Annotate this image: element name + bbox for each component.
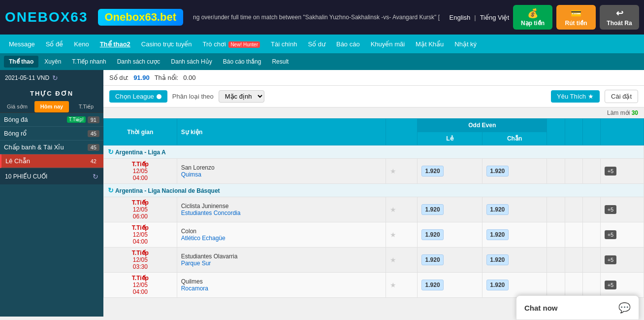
odd-chan-cell: 1.920 bbox=[482, 273, 547, 298]
subnav-the-thao[interactable]: Thể thao bbox=[4, 56, 38, 68]
col6 bbox=[565, 273, 582, 298]
odd-chan-button[interactable]: 1.920 bbox=[486, 204, 509, 215]
nav-so-du[interactable]: Số dư bbox=[303, 37, 330, 51]
th-col7 bbox=[582, 119, 600, 145]
odd-chan-button[interactable]: 1.920 bbox=[486, 254, 509, 265]
favorite-star-icon[interactable]: ★ bbox=[390, 206, 396, 213]
lang-vietnamese-button[interactable]: Tiếng Việt bbox=[480, 14, 509, 21]
sidebar-item-bong-ro[interactable]: Bóng rổ 45 bbox=[0, 127, 103, 141]
more-button[interactable]: +5 bbox=[605, 205, 617, 214]
nav-casino[interactable]: Casino trực tuyến bbox=[136, 37, 197, 51]
balance-label: Số dư: bbox=[109, 74, 129, 81]
nav-bao-cao[interactable]: Báo cáo bbox=[331, 37, 365, 51]
choose-league-button[interactable]: Chọn League bbox=[109, 90, 167, 103]
circle-icon bbox=[157, 94, 161, 99]
odd-le-cell: 1.920 bbox=[418, 248, 483, 273]
th-event: Sự kiện bbox=[177, 119, 386, 145]
lang-english-button[interactable]: English bbox=[450, 14, 471, 21]
team-away: Parque Sur bbox=[181, 260, 382, 267]
col6 bbox=[565, 222, 582, 248]
col5 bbox=[547, 248, 565, 273]
tab-ttiep[interactable]: T.Tiếp bbox=[69, 101, 103, 112]
odd-chan-button[interactable]: 1.920 bbox=[486, 280, 509, 290]
withdraw-icon: 💳 bbox=[571, 8, 581, 19]
subnav-danh-sach-cuoc[interactable]: Danh sách cược bbox=[112, 56, 165, 68]
subnav-bao-cao-thang[interactable]: Báo cáo thắng bbox=[218, 56, 266, 68]
team-home: San Lorenzo bbox=[181, 164, 382, 171]
team-home: Ciclista Juninense bbox=[181, 203, 382, 210]
th-more bbox=[600, 119, 644, 145]
odd-le-button[interactable]: 1.920 bbox=[421, 280, 444, 290]
team-away: Estudiantes Concordia bbox=[181, 210, 382, 216]
odd-chan-button[interactable]: 1.920 bbox=[486, 229, 509, 240]
favorite-star-icon[interactable]: ★ bbox=[390, 231, 396, 239]
more-button[interactable]: +5 bbox=[605, 230, 617, 239]
chat-label: Chat now bbox=[524, 304, 613, 312]
nap-tien-button[interactable]: 💰 Nạp tiền bbox=[513, 5, 552, 30]
more-button[interactable]: +5 bbox=[605, 281, 617, 289]
sidebar-item-bong-da[interactable]: Bóng đá T.Tiếp! 91 bbox=[0, 113, 103, 127]
nav-message[interactable]: Message bbox=[4, 37, 40, 51]
favorite-button[interactable]: Yêu Thích ★ bbox=[551, 90, 600, 103]
top-header: ONEBOX63 Onebox63.bet ng over/under full… bbox=[0, 0, 644, 35]
table-row: T.Tiếp 12/05 04:00 San Lorenzo Quimsa ★ … bbox=[104, 159, 644, 184]
sidebar-item-le-chan[interactable]: Lê Chẵn 42 bbox=[0, 154, 103, 168]
league-row: ↻ Argentina - Liga Nacional de Básquet bbox=[104, 184, 644, 197]
badge-bong-da: 91 bbox=[88, 116, 99, 123]
match-time: T.Tiếp 12/05 03:30 bbox=[104, 248, 177, 273]
odd-le-button[interactable]: 1.920 bbox=[421, 204, 444, 215]
tab-hom-nay[interactable]: Hôm nay bbox=[34, 101, 69, 112]
favorite-star-icon[interactable]: ★ bbox=[390, 167, 396, 175]
star-cell: ★ bbox=[386, 197, 418, 222]
chat-widget[interactable]: Chat now 💬 bbox=[516, 295, 639, 317]
filter-select[interactable]: Mặc định bbox=[219, 90, 264, 103]
nav-tai-chinh[interactable]: Tài chính bbox=[266, 37, 302, 51]
nav-keno[interactable]: Keno bbox=[69, 37, 94, 51]
subnav-danh-sach-huy[interactable]: Danh sách Hủy bbox=[166, 56, 217, 68]
nav-the-thao2[interactable]: Thể thao2 bbox=[95, 37, 135, 51]
th-col5 bbox=[547, 119, 565, 145]
odd-le-button[interactable]: 1.920 bbox=[421, 166, 444, 177]
nav-mat-khau[interactable]: Mật Khẩu bbox=[411, 37, 449, 51]
subnav-ttiep-nhanh[interactable]: T.Tiếp nhanh bbox=[67, 56, 111, 68]
col7 bbox=[582, 273, 600, 298]
nav-tro-choi[interactable]: Trò chơi New! Hunter bbox=[198, 37, 265, 51]
subnav-xuyen[interactable]: Xuyên bbox=[39, 56, 66, 68]
more-button[interactable]: +5 bbox=[605, 255, 617, 264]
thoat-ra-button[interactable]: ↩ Thoát Ra bbox=[600, 5, 639, 30]
th-col6 bbox=[565, 119, 582, 145]
odd-le-button[interactable]: 1.920 bbox=[421, 229, 444, 240]
sidebar-item-chap-banh[interactable]: Chấp banh & Tài Xỉu 45 bbox=[0, 141, 103, 154]
tab-gia-som[interactable]: Giá sớm bbox=[0, 101, 34, 112]
odd-le-button[interactable]: 1.920 bbox=[421, 254, 444, 265]
favorite-star-icon[interactable]: ★ bbox=[390, 256, 396, 264]
sidebar-refresh-icon[interactable]: ↻ bbox=[52, 74, 58, 82]
nav-khuyen-mai[interactable]: Khuyến mãi bbox=[366, 37, 410, 51]
rut-tien-button[interactable]: 💳 Rút tiền bbox=[556, 5, 596, 30]
more-cell: +5 bbox=[600, 248, 644, 273]
nav-so-de[interactable]: Số đề bbox=[41, 37, 68, 51]
star-icon: ★ bbox=[588, 93, 594, 100]
team-away: Quimsa bbox=[181, 171, 382, 178]
league-refresh-icon[interactable]: ↻ bbox=[108, 186, 114, 194]
filter-label: Phân loại theo bbox=[172, 93, 214, 100]
tiep-badge-bong-da: T.Tiếp! bbox=[67, 116, 86, 123]
subnav-result[interactable]: Result bbox=[267, 56, 293, 68]
more-cell: +5 bbox=[600, 273, 644, 298]
sidebar-footer[interactable]: 10 PHIẾU CUỐI ↻ bbox=[0, 168, 103, 184]
main-layout: 2021-05-11 VND ↻ THỰC ĐƠN Giá sớm Hôm na… bbox=[0, 70, 644, 317]
footer-refresh-icon[interactable]: ↻ bbox=[93, 173, 98, 180]
odd-chan-button[interactable]: 1.920 bbox=[486, 166, 509, 177]
sidebar-tabs: Giá sớm Hôm nay T.Tiếp bbox=[0, 101, 103, 113]
more-button[interactable]: +5 bbox=[605, 167, 617, 176]
betting-table: Thời gian Sự kiện Odd Even Lẻ Chẵn bbox=[103, 118, 644, 298]
filter-row: Chọn League Phân loại theo Mặc định Yêu … bbox=[103, 86, 644, 107]
league-refresh-icon[interactable]: ↻ bbox=[108, 148, 114, 156]
team-home: Quilmes bbox=[181, 278, 382, 285]
match-event: Quilmes Rocamora bbox=[177, 273, 386, 298]
th-le: Lẻ bbox=[418, 132, 483, 145]
settings-button[interactable]: Cài đặt bbox=[605, 90, 638, 103]
nav-nhat-ky[interactable]: Nhật ký bbox=[450, 37, 482, 51]
odd-le-cell: 1.920 bbox=[418, 222, 483, 248]
favorite-star-icon[interactable]: ★ bbox=[390, 281, 396, 289]
